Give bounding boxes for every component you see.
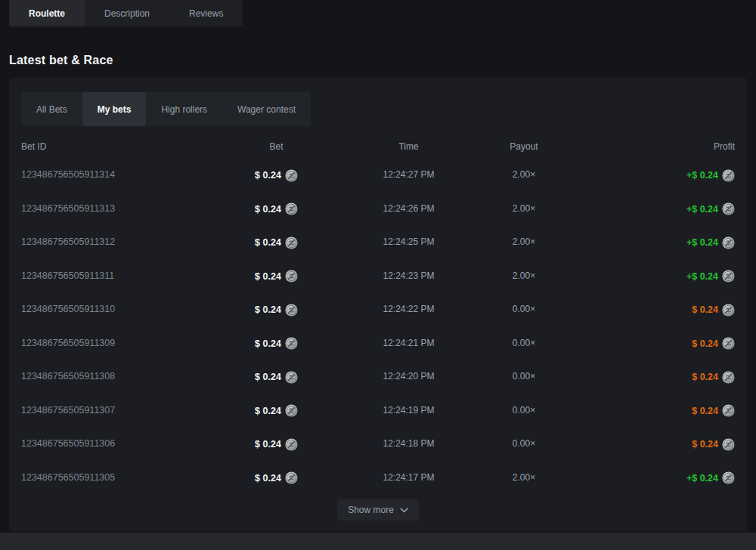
profit-value: +$ 0.24 (686, 170, 718, 181)
bet-amount: $ 0.24 (255, 237, 281, 248)
bet-filter-tab-bar: All Bets My bets High rollers Wager cont… (21, 92, 311, 126)
coin-icon (285, 236, 298, 249)
coin-icon (722, 169, 735, 182)
profit-cell: +$ 0.24 (569, 168, 735, 182)
show-more-button[interactable]: Show more (337, 499, 419, 521)
profit-value: +$ 0.24 (686, 237, 718, 248)
header-time: Time (339, 141, 479, 152)
table-header-row: Bet ID Bet Time Payout Profit (21, 135, 735, 158)
table-row[interactable]: 123486756505911306 $ 0.24 12:24:18 PM 0.… (21, 427, 735, 461)
latest-bets-panel: All Bets My bets High rollers Wager cont… (9, 78, 747, 531)
time-cell: 12:24:20 PM (339, 371, 479, 382)
coin-icon (285, 270, 298, 283)
header-profit: Profit (569, 141, 735, 152)
bet-cell: $ 0.24 (214, 202, 339, 216)
profit-value: $ 0.24 (692, 304, 718, 315)
bet-id-cell: 123486756505911310 (21, 304, 214, 314)
roulette-page: Roulette Description Reviews Latest bet … (0, 0, 756, 550)
page-tab-bar: Roulette Description Reviews (9, 0, 243, 26)
tab-my-bets[interactable]: My bets (82, 92, 147, 126)
coin-icon (722, 202, 735, 215)
bet-id-cell: 123486756505911307 (21, 405, 214, 416)
coin-icon (285, 202, 298, 215)
table-row[interactable]: 123486756505911310 $ 0.24 12:24:22 PM 0.… (21, 292, 735, 326)
coin-icon (722, 304, 735, 317)
time-cell: 12:24:22 PM (339, 304, 479, 314)
coin-icon (285, 471, 298, 484)
table-row[interactable]: 123486756505911308 $ 0.24 12:24:20 PM 0.… (21, 360, 735, 394)
time-cell: 12:24:27 PM (339, 169, 479, 180)
coin-icon (722, 337, 735, 350)
coin-icon (722, 270, 735, 283)
table-row[interactable]: 123486756505911307 $ 0.24 12:24:19 PM 0.… (21, 394, 735, 428)
bet-amount: $ 0.24 (255, 372, 281, 382)
payout-cell: 0.00× (479, 438, 569, 449)
profit-value: $ 0.24 (692, 406, 718, 416)
bet-id-cell: 123486756505911309 (21, 338, 214, 348)
time-cell: 12:24:23 PM (339, 270, 479, 281)
tab-wager-contest[interactable]: Wager contest (222, 92, 311, 126)
table-row[interactable]: 123486756505911309 $ 0.24 12:24:21 PM 0.… (21, 326, 735, 360)
payout-cell: 0.00× (479, 304, 569, 314)
coin-icon (722, 438, 735, 451)
profit-value: +$ 0.24 (686, 204, 718, 215)
bet-cell: $ 0.24 (214, 168, 339, 182)
profit-cell: $ 0.24 (569, 403, 735, 418)
bet-cell: $ 0.24 (214, 369, 339, 384)
bet-amount: $ 0.24 (255, 439, 281, 450)
bet-cell: $ 0.24 (214, 269, 339, 283)
coin-icon (722, 236, 735, 249)
tab-roulette[interactable]: Roulette (9, 0, 85, 26)
profit-cell: +$ 0.24 (569, 235, 735, 249)
bet-id-cell: 123486756505911305 (21, 472, 214, 483)
profit-value: +$ 0.24 (686, 271, 718, 282)
bet-amount: $ 0.24 (255, 406, 281, 416)
header-payout: Payout (479, 141, 569, 152)
payout-cell: 2.00× (479, 236, 569, 247)
payout-cell: 2.00× (479, 472, 569, 483)
bet-id-cell: 123486756505911306 (21, 438, 214, 449)
profit-value: +$ 0.24 (686, 473, 718, 484)
profit-value: $ 0.24 (692, 439, 718, 450)
payout-cell: 2.00× (479, 203, 569, 214)
profit-cell: $ 0.24 (569, 437, 735, 451)
table-row[interactable]: 123486756505911312 $ 0.24 12:24:25 PM 2.… (21, 225, 735, 259)
tab-description[interactable]: Description (85, 0, 169, 26)
time-cell: 12:24:21 PM (339, 338, 479, 348)
profit-cell: $ 0.24 (569, 369, 735, 384)
coin-icon (722, 371, 735, 384)
bet-amount: $ 0.24 (255, 304, 281, 315)
tab-all-bets[interactable]: All Bets (21, 92, 82, 126)
coin-icon (722, 404, 735, 417)
payout-cell: 0.00× (479, 338, 569, 348)
table-body: 123486756505911314 $ 0.24 12:24:27 PM 2.… (21, 158, 735, 494)
bet-cell: $ 0.24 (214, 235, 339, 249)
profit-value: $ 0.24 (692, 338, 718, 349)
show-more-label: Show more (348, 505, 394, 515)
payout-cell: 2.00× (479, 169, 569, 180)
bet-cell: $ 0.24 (214, 336, 339, 351)
page-title: Latest bet & Race (9, 54, 113, 67)
time-cell: 12:24:17 PM (339, 472, 479, 483)
tab-reviews[interactable]: Reviews (169, 0, 243, 26)
bet-id-cell: 123486756505911312 (21, 236, 214, 247)
table-row[interactable]: 123486756505911313 $ 0.24 12:24:26 PM 2.… (21, 192, 735, 226)
bet-amount: $ 0.24 (255, 204, 281, 215)
bet-cell: $ 0.24 (214, 471, 339, 485)
coin-icon (722, 471, 735, 484)
payout-cell: 2.00× (479, 270, 569, 281)
bet-amount: $ 0.24 (255, 473, 281, 484)
coin-icon (285, 169, 298, 182)
bet-cell: $ 0.24 (214, 302, 339, 317)
profit-cell: $ 0.24 (569, 336, 735, 351)
coin-icon (285, 438, 298, 451)
profit-value: $ 0.24 (692, 372, 718, 382)
table-row[interactable]: 123486756505911305 $ 0.24 12:24:17 PM 2.… (21, 461, 735, 495)
bet-id-cell: 123486756505911308 (21, 371, 214, 382)
bet-amount: $ 0.24 (255, 170, 281, 181)
time-cell: 12:24:18 PM (339, 438, 479, 449)
coin-icon (285, 371, 298, 384)
tab-high-rollers[interactable]: High rollers (146, 92, 222, 126)
table-row[interactable]: 123486756505911311 $ 0.24 12:24:23 PM 2.… (21, 259, 735, 293)
table-row[interactable]: 123486756505911314 $ 0.24 12:24:27 PM 2.… (21, 158, 735, 192)
